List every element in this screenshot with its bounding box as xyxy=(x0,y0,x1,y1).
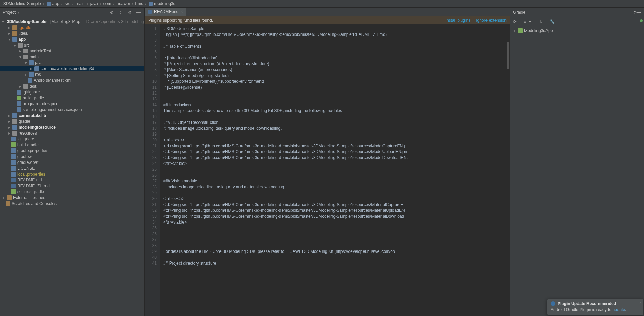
breadcrumb-item[interactable]: com xyxy=(102,1,113,6)
tree-item-readme[interactable]: README.md xyxy=(0,177,144,183)
tree-root[interactable]: ▾3DModeling-Sample [Modeling3dApp] D:\wo… xyxy=(0,19,144,24)
hide-icon[interactable]: — xyxy=(637,10,641,15)
chevron-right-icon: › xyxy=(86,1,89,6)
tree-item-proguard[interactable]: proguard-rules.pro xyxy=(0,101,144,107)
project-panel-header: Project▾ ⊙ ≑ ⚙ — xyxy=(0,8,144,17)
tree-item-readme-zh[interactable]: README_ZH.md xyxy=(0,183,144,189)
tree-item-app[interactable]: ▾app xyxy=(0,36,144,42)
breadcrumb-item[interactable]: modeling3d xyxy=(147,1,177,6)
tree-item-settings-gradle[interactable]: settings.gradle xyxy=(0,189,144,195)
editor-scrollbar[interactable] xyxy=(506,24,510,316)
chevron-right-icon: › xyxy=(42,1,45,6)
editor-panel: README.md × Plugins supporting *.md file… xyxy=(145,8,510,316)
editor-tab-readme[interactable]: README.md × xyxy=(145,7,186,16)
offline-icon[interactable]: ⥮ xyxy=(539,19,542,24)
gradle-panel: Gradle ⚙ — ⟳ ≡ ≣ ⥮ 🔧 ▸Modeling3dApp xyxy=(510,8,644,316)
gradle-title: Gradle xyxy=(513,10,525,15)
breadcrumb-item[interactable]: main xyxy=(74,1,86,6)
gradle-root-node[interactable]: ▸Modeling3dApp xyxy=(513,28,641,34)
project-panel: Project▾ ⊙ ≑ ⚙ — ▾3DModeling-Sample [Mod… xyxy=(0,8,145,316)
plugin-banner: Plugins supporting *.md files found. Ins… xyxy=(145,16,510,24)
markdown-file-icon xyxy=(148,10,152,14)
tree-item-main[interactable]: ▾main xyxy=(0,54,144,60)
tree-item-package[interactable]: ▸com.huawei.hms.modeling3d xyxy=(0,66,144,71)
breadcrumb-item[interactable]: src xyxy=(63,1,72,6)
chevron-right-icon: › xyxy=(99,1,102,6)
tree-item-gradle-properties[interactable]: gradle.properties xyxy=(0,148,144,154)
gear-icon[interactable]: ⚙ xyxy=(126,9,133,16)
wrench-icon[interactable]: 🔧 xyxy=(550,19,555,24)
notification-body: Android Gradle Plugin is ready to update… xyxy=(551,307,640,312)
tree-item-license[interactable]: LICENSE xyxy=(0,165,144,171)
gradle-icon xyxy=(518,28,523,33)
tree-item-local-properties[interactable]: local.properties xyxy=(0,171,144,177)
chevron-right-icon: › xyxy=(61,1,63,6)
update-link[interactable]: update xyxy=(612,307,625,312)
tree-item-idea[interactable]: ▸.idea xyxy=(0,30,144,36)
tree-item-scratches[interactable]: Scratches and Consoles xyxy=(0,200,144,206)
plugin-update-notification: ▁ × iPlugin Update Recommended Android G… xyxy=(547,299,643,315)
scrollbar-thumb[interactable] xyxy=(507,42,509,69)
editor-body[interactable]: 1234567891011121314151617181920212223242… xyxy=(145,24,510,316)
chevron-right-icon: › xyxy=(131,1,134,6)
banner-message: Plugins supporting *.md files found. xyxy=(148,18,213,23)
code-area[interactable]: # 3DModeling-SampleEnglish | [中文](https:… xyxy=(160,24,510,316)
gradle-panel-header: Gradle ⚙ — xyxy=(510,8,644,17)
status-indicator-icon xyxy=(640,19,643,22)
install-plugins-link[interactable]: Install plugins xyxy=(446,18,471,23)
minimize-notification-icon[interactable]: ▁ xyxy=(634,300,637,305)
project-tree[interactable]: ▾3DModeling-Sample [Modeling3dApp] D:\wo… xyxy=(0,17,144,316)
tree-item-gradle-dir[interactable]: ▸gradle xyxy=(0,118,144,124)
tree-item-src[interactable]: ▾src xyxy=(0,42,144,48)
locate-icon[interactable]: ⊙ xyxy=(109,9,115,16)
breadcrumb-item[interactable]: 3DModeling-Sample xyxy=(2,1,42,6)
gear-icon[interactable]: ⚙ xyxy=(633,10,637,15)
ignore-extension-link[interactable]: Ignore extension xyxy=(476,18,507,23)
tree-item-build-gradle2[interactable]: build.gradle xyxy=(0,142,144,148)
tree-item-manifest[interactable]: AndroidManifest.xml xyxy=(0,77,144,83)
line-number-gutter: 1234567891011121314151617181920212223242… xyxy=(145,24,160,316)
align-left-icon[interactable]: ≡ xyxy=(524,19,526,24)
gradle-tree[interactable]: ▸Modeling3dApp xyxy=(510,26,644,316)
collapse-icon[interactable]: ≑ xyxy=(117,9,124,16)
editor-tabbar: README.md × xyxy=(145,8,510,16)
tree-item-external-libraries[interactable]: ▸External Libraries xyxy=(0,195,144,200)
gradle-toolbar: ⟳ ≡ ≣ ⥮ 🔧 xyxy=(510,17,644,26)
editor-tab-label: README.md xyxy=(154,9,178,14)
project-view-selector[interactable]: Project xyxy=(3,10,16,15)
breadcrumb: 3DModeling-Sample› app› src› main› java›… xyxy=(0,0,644,8)
chevron-right-icon: › xyxy=(72,1,74,6)
breadcrumb-item[interactable]: app xyxy=(45,1,61,6)
close-tab-icon[interactable]: × xyxy=(181,9,183,14)
tree-item-test[interactable]: ▸test xyxy=(0,83,144,89)
chevron-down-icon: ▾ xyxy=(17,10,20,15)
tree-item-gradle-dot[interactable]: ▸.gradle xyxy=(0,24,144,30)
tree-item-gitignore2[interactable]: .gitignore xyxy=(0,136,144,142)
tree-item-gitignore[interactable]: .gitignore xyxy=(0,89,144,95)
hide-icon[interactable]: — xyxy=(135,9,142,16)
breadcrumb-item[interactable]: huawei xyxy=(115,1,131,6)
tree-item-resources[interactable]: ▸resources xyxy=(0,130,144,136)
tree-item-agconnect[interactable]: sample-agconnect-services.json xyxy=(0,107,144,112)
tree-item-androidtest[interactable]: ▸androidTest xyxy=(0,48,144,54)
tree-item-java[interactable]: ▾java xyxy=(0,60,144,66)
close-notification-icon[interactable]: × xyxy=(639,300,642,305)
reload-icon[interactable]: ⟳ xyxy=(513,19,517,24)
align-right-icon[interactable]: ≣ xyxy=(528,19,532,24)
chevron-right-icon: › xyxy=(144,1,147,6)
tree-item-cameratakelib[interactable]: ▸cameratakelib xyxy=(0,112,144,118)
tree-item-build-gradle[interactable]: build.gradle xyxy=(0,95,144,101)
breadcrumb-item[interactable]: hms xyxy=(134,1,145,6)
tree-item-gradlew[interactable]: gradlew xyxy=(0,154,144,159)
tree-item-res[interactable]: ▸res xyxy=(0,71,144,77)
tree-item-modelingresource[interactable]: ▸modelingResource xyxy=(0,124,144,130)
info-icon: i xyxy=(551,301,555,306)
chevron-right-icon: › xyxy=(112,1,115,6)
breadcrumb-item[interactable]: java xyxy=(89,1,99,6)
tree-item-gradlew-bat[interactable]: gradlew.bat xyxy=(0,159,144,165)
notification-title: Plugin Update Recommended xyxy=(558,301,616,306)
